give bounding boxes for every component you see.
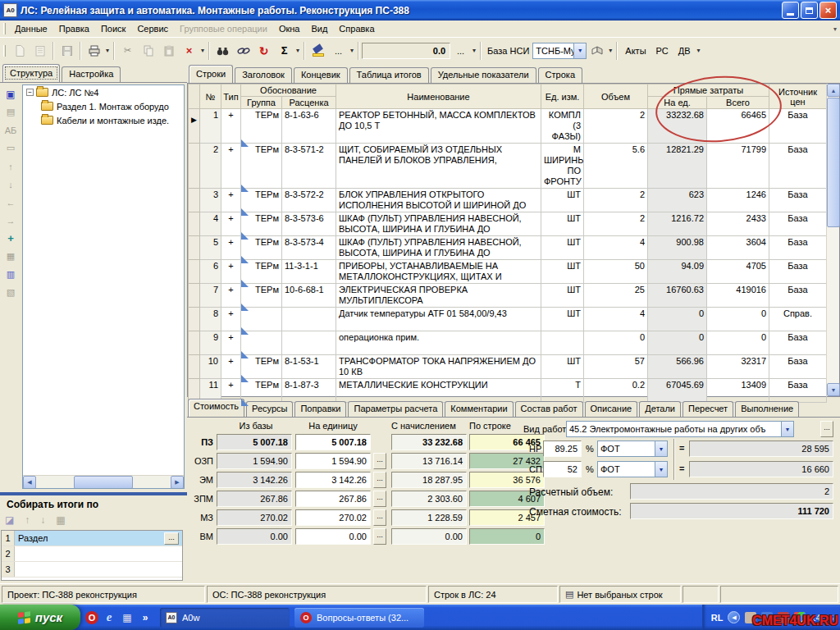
cell-source[interactable]: База [769,109,827,144]
table-row[interactable]: 10+ТЕРм8-1-53-1ТРАНСФОРМАТОР ТОКА НАПРЯЖ… [189,355,827,379]
cost-unit-field[interactable]: 5 007.18 [295,434,371,450]
collect-list-item[interactable]: 1Раздел... [2,531,182,546]
cell-total[interactable]: 419016 [707,284,769,308]
collect-list-item[interactable]: 2 [2,546,182,562]
toolbar-grip[interactable] [3,45,6,57]
snapshot-icon[interactable]: ▭ [3,142,18,154]
header-per-unit[interactable]: На ед. [648,97,707,109]
row-selector[interactable] [189,144,200,189]
table-row[interactable]: 9+операционка прим.000База [189,331,827,355]
work-type-arrow-icon[interactable]: ▼ [781,422,793,436]
clear-icon[interactable]: ◪ [5,514,14,526]
print-icon[interactable] [84,41,103,61]
tree-collapse-icon[interactable]: − [26,89,34,96]
row-selector[interactable] [189,284,200,308]
row-selector[interactable] [189,236,200,260]
tray-collapse-icon[interactable]: ◀ [728,611,740,623]
cell-total[interactable]: 2433 [707,212,769,236]
cell-num[interactable]: 5 [200,236,221,260]
header-num[interactable]: № [200,84,221,109]
cell-volume[interactable]: 50 [584,260,648,284]
cell-source[interactable]: База [769,355,827,379]
cell-source[interactable]: База [769,189,827,212]
taskbar-task-estimate[interactable]: А0 А0w [160,608,290,628]
move-to-table-icon[interactable]: ▦ [3,250,18,262]
cell-source[interactable]: База [769,331,827,355]
menu-item[interactable]: Окна [273,22,306,35]
cell-num[interactable]: 3 [200,189,221,212]
sp-percent-field[interactable]: 52 [543,461,582,477]
tree-root-node[interactable]: − ЛС: ЛС №4 [23,85,184,99]
header-volume[interactable]: Объем [584,84,648,109]
cell-name[interactable]: ТРАНСФОРМАТОР ТОКА НАПРЯЖЕНИЕМ ДО 10 КВ [336,355,541,379]
cost-unit-options-button[interactable]: ... [373,509,386,526]
cell-name[interactable]: ПРИБОРЫ, УСТАНАВЛИВАЕМЫЕ НА МЕТАЛЛОКОНСТ… [336,260,541,284]
cell-unit[interactable] [541,331,584,355]
cell-source[interactable]: База [769,144,827,189]
cell-rate[interactable]: 8-3-572-2 [282,189,336,212]
cell-volume[interactable]: 2 [584,189,648,212]
header-total[interactable]: Всего [707,97,769,109]
detail-tab-2[interactable]: Поправки [294,401,346,417]
cell-unit[interactable]: ШТ [541,284,584,308]
move-left-icon[interactable]: ← [3,196,18,208]
cell-num[interactable]: 10 [200,355,221,379]
cell-per-unit[interactable]: 623 [648,189,707,212]
tree-node-section1[interactable]: Раздел 1. Монтаж оборудо [23,99,184,113]
cell-rate[interactable]: 10-6-68-1 [282,284,336,308]
cell-type[interactable]: + [221,236,241,260]
work-type-options-button[interactable]: ... [820,421,833,437]
cell-per-unit[interactable]: 0 [648,308,707,331]
rename-icon[interactable]: АБ [3,124,18,136]
move-right-icon[interactable]: → [3,214,18,226]
cell-volume[interactable]: 4 [584,236,648,260]
delete-row-icon[interactable]: × [180,41,199,61]
nr-base-combo[interactable]: ФОТ ▼ [597,441,668,457]
detail-tab-6[interactable]: Описание [585,401,638,417]
cell-type[interactable]: + [221,144,241,189]
cell-num[interactable]: 6 [200,260,221,284]
cell-type[interactable]: + [221,260,241,284]
cell-unit[interactable]: КОМПЛ (3 ФАЗЫ) [541,109,584,144]
cell-per-unit[interactable]: 1216.72 [648,212,707,236]
save-icon[interactable] [57,41,76,61]
nsi-base-combo[interactable]: ТСНБ-Мур ▼ [532,43,587,59]
cell-num[interactable]: 1 [200,109,221,144]
collect-down-icon[interactable]: ↓ [40,514,45,526]
cell-num[interactable]: 8 [200,308,221,331]
table-row[interactable]: 2+ТЕРм8-3-571-2ЩИТ, СОБИРАЕМЫЙ ИЗ ОТДЕЛЬ… [189,144,827,189]
notepad-icon[interactable] [30,41,49,61]
cell-rate[interactable]: 8-1-53-1 [282,355,336,379]
cell-source[interactable]: База [769,260,827,284]
row-selector[interactable]: ▶ [189,109,200,144]
menu-item[interactable]: Вид [305,22,333,35]
row-selector[interactable] [189,212,200,236]
restore-button[interactable] [801,2,818,19]
estimate-tab-3[interactable]: Таблица итогов [349,67,429,83]
cost-unit-field[interactable]: 267.86 [295,491,371,507]
detail-tab-8[interactable]: Пересчет [682,401,733,417]
close-button[interactable]: × [819,2,837,19]
scrollbar-thumb[interactable] [74,476,133,489]
menu-item[interactable]: Поиск [95,22,131,35]
collect-up-icon[interactable]: ↑ [25,514,30,526]
left-tab-1[interactable]: Настройка [62,66,121,82]
recalculate-icon[interactable]: ↻! [254,41,273,61]
cell-unit[interactable]: М ШИРИНЫ ПО ФРОНТУ [541,144,584,189]
cell-name[interactable]: ШКАФ (ПУЛЬТ) УПРАВЛЕНИЯ НАВЕСНОЙ, ВЫСОТА… [336,212,541,236]
row-selector[interactable] [189,355,200,379]
cell-rate[interactable]: 8-1-63-6 [282,109,336,144]
cell-per-unit[interactable]: 566.96 [648,355,707,379]
cost-unit-options-button[interactable]: ... [373,528,386,545]
quick-launch-overflow-icon[interactable]: » [138,610,153,625]
menu-overflow-icon[interactable]: ▾ [833,25,837,33]
move-down-icon[interactable]: ↓ [3,178,18,190]
nsi-dropdown-icon[interactable]: ▾ [609,47,612,54]
cell-per-unit[interactable]: 33232.68 [648,109,707,144]
cut-icon[interactable]: ✂ [118,41,137,61]
cell-rate[interactable]: 11-3-1-1 [282,260,336,284]
print-dropdown-icon[interactable]: ▾ [106,47,109,54]
row-selector[interactable] [189,189,200,212]
cell-num[interactable]: 2 [200,144,221,189]
cell-volume[interactable]: 2 [584,212,648,236]
